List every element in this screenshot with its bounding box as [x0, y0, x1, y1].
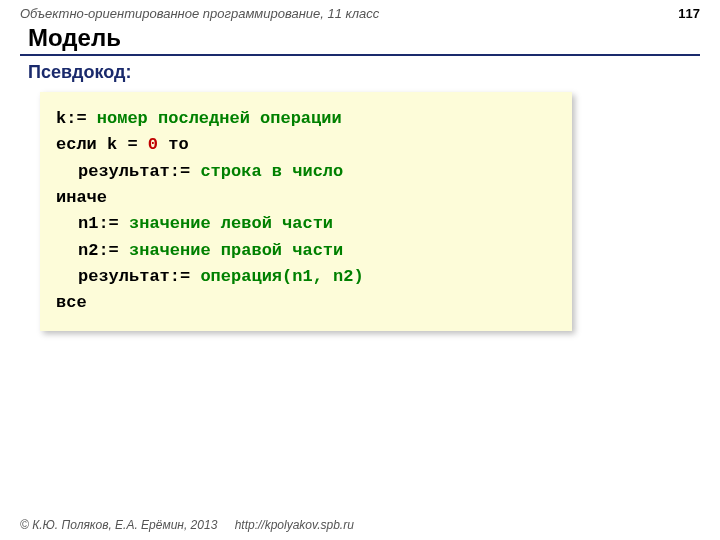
- code-text: если k =: [56, 135, 148, 154]
- code-line: n2:= значение правой части: [56, 238, 556, 264]
- code-line: результат:= операция(n1, n2): [56, 264, 556, 290]
- footer: © К.Ю. Поляков, Е.А. Ерёмин, 2013 http:/…: [20, 518, 354, 532]
- code-line: если k = 0 то: [56, 132, 556, 158]
- code-text: операция(n1, n2): [200, 267, 363, 286]
- code-text: n1:=: [78, 214, 119, 233]
- page-number: 117: [678, 6, 700, 21]
- code-text: иначе: [56, 188, 107, 207]
- subtitle: Псевдокод:: [28, 62, 131, 83]
- code-text: номер последней операции: [97, 109, 342, 128]
- code-line: результат:= строка в число: [56, 159, 556, 185]
- code-text: то: [158, 135, 189, 154]
- code-text: k:=: [56, 109, 87, 128]
- course-header: Объектно-ориентированное программировани…: [20, 6, 379, 21]
- code-text: все: [56, 293, 87, 312]
- code-line: n1:= значение левой части: [56, 211, 556, 237]
- code-text: значение правой части: [129, 241, 343, 260]
- slide-title: Модель: [28, 24, 121, 52]
- copyright: © К.Ю. Поляков, Е.А. Ерёмин, 2013: [20, 518, 217, 532]
- code-text: строка в число: [200, 162, 343, 181]
- footer-url: http://kpolyakov.spb.ru: [235, 518, 354, 532]
- pseudocode-box: k:= номер последней операции если k = 0 …: [40, 92, 572, 331]
- code-text: результат:=: [78, 162, 190, 181]
- code-text: 0: [148, 135, 158, 154]
- title-underline: [20, 54, 700, 56]
- code-text: n2:=: [78, 241, 119, 260]
- code-line: все: [56, 290, 556, 316]
- code-text: результат:=: [78, 267, 190, 286]
- code-line: k:= номер последней операции: [56, 106, 556, 132]
- code-text: значение левой части: [129, 214, 333, 233]
- code-line: иначе: [56, 185, 556, 211]
